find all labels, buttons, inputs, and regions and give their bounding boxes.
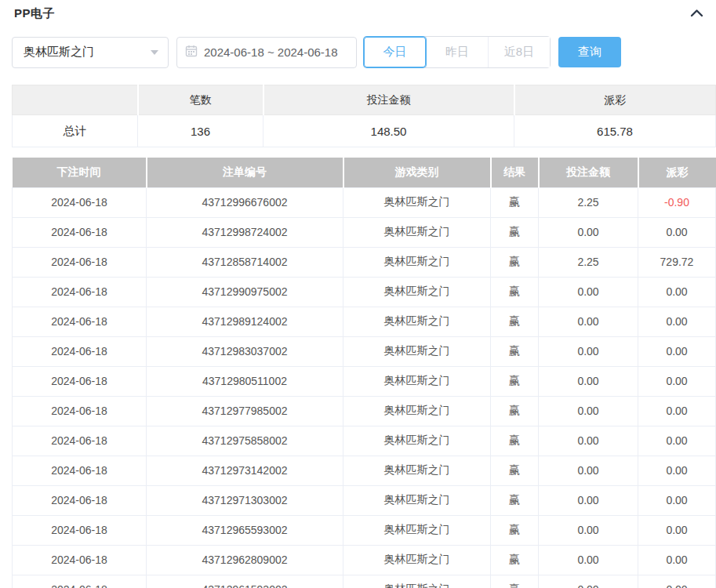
bet-number-cell: 43712996676002 (147, 187, 343, 217)
table-row: 2024-06-18 43712961593002 奥林匹斯之门 赢 0.00 … (13, 575, 716, 588)
payout-cell: 0.00 (638, 217, 716, 247)
table-row: 2024-06-18 43712977985002 奥林匹斯之门 赢 0.00 … (13, 396, 716, 426)
table-row: 2024-06-18 43712965593002 奥林匹斯之门 赢 0.00 … (13, 515, 716, 545)
bets-header-result: 结果 (491, 158, 539, 187)
bet-date-cell: 2024-06-18 (13, 277, 147, 307)
result-cell: 赢 (491, 515, 539, 545)
result-cell: 赢 (491, 575, 539, 588)
bet-number-cell: 43712989124002 (147, 307, 343, 336)
game-type-cell: 奥林匹斯之门 (343, 336, 491, 366)
bet-date-cell: 2024-06-18 (13, 396, 147, 426)
date-range-picker[interactable]: 2024-06-18 ~ 2024-06-18 (176, 37, 357, 68)
summary-header-row: 笔数 投注金额 派彩 (13, 85, 716, 115)
game-type-cell: 奥林匹斯之门 (343, 426, 491, 456)
bet-amount-cell: 0.00 (539, 307, 638, 336)
summary-header-payout: 派彩 (514, 85, 716, 115)
chevron-up-icon (690, 8, 703, 20)
bet-amount-cell: 0.00 (539, 426, 638, 456)
bet-number-cell: 43712961593002 (147, 575, 343, 588)
bet-number-cell: 43712973142002 (147, 456, 343, 485)
quick-date-button-group: 今日 昨日 近8日 (363, 36, 551, 68)
summary-table: 笔数 投注金额 派彩 总计 136 148.50 615.78 (12, 85, 716, 147)
table-row: 2024-06-18 43712962809002 奥林匹斯之门 赢 0.00 … (13, 545, 716, 575)
result-cell: 赢 (491, 396, 539, 426)
bet-amount-cell: 2.25 (539, 247, 638, 277)
bets-header-game: 游戏类别 (343, 158, 491, 187)
game-type-cell: 奥林匹斯之门 (343, 187, 491, 217)
summary-header-empty (13, 85, 138, 115)
game-type-cell: 奥林匹斯之门 (343, 247, 491, 277)
result-cell: 赢 (491, 366, 539, 396)
result-cell: 赢 (491, 426, 539, 456)
bet-amount-cell: 0.00 (539, 217, 638, 247)
bet-number-cell: 43712977985002 (147, 396, 343, 426)
collapse-button[interactable] (689, 6, 705, 21)
summary-header-bet-amount: 投注金额 (264, 85, 514, 115)
table-row: 2024-06-18 43712980511002 奥林匹斯之门 赢 0.00 … (13, 366, 716, 396)
result-cell: 赢 (491, 187, 539, 217)
result-cell: 赢 (491, 217, 539, 247)
game-select-value: 奥林匹斯之门 (24, 45, 94, 60)
payout-cell: 0.00 (638, 366, 716, 396)
yesterday-button[interactable]: 昨日 (426, 37, 488, 67)
table-row: 2024-06-18 43712998724002 奥林匹斯之门 赢 0.00 … (13, 217, 716, 247)
game-type-cell: 奥林匹斯之门 (343, 545, 491, 575)
game-type-cell: 奥林匹斯之门 (343, 277, 491, 307)
bet-amount-cell: 0.00 (539, 277, 638, 307)
table-row: 2024-06-18 43712990975002 奥林匹斯之门 赢 0.00 … (13, 277, 716, 307)
game-type-cell: 奥林匹斯之门 (343, 396, 491, 426)
bet-date-cell: 2024-06-18 (13, 426, 147, 456)
bets-table: 下注时间 注单编号 游戏类别 结果 投注金额 派彩 2024-06-18 437… (12, 158, 716, 588)
payout-cell: 0.00 (638, 545, 716, 575)
result-cell: 赢 (491, 307, 539, 336)
panel-title: PP电子 (14, 6, 55, 21)
today-button[interactable]: 今日 (364, 37, 426, 67)
bet-amount-cell: 0.00 (539, 545, 638, 575)
game-type-cell: 奥林匹斯之门 (343, 485, 491, 515)
result-cell: 赢 (491, 456, 539, 485)
chevron-down-icon (151, 50, 158, 55)
summary-total-payout: 615.78 (514, 115, 716, 147)
game-select[interactable]: 奥林匹斯之门 (12, 37, 169, 68)
search-button[interactable]: 查询 (558, 37, 621, 67)
bet-number-cell: 43712983037002 (147, 336, 343, 366)
result-cell: 赢 (491, 485, 539, 515)
table-row: 2024-06-18 43712973142002 奥林匹斯之门 赢 0.00 … (13, 456, 716, 485)
date-range-value: 2024-06-18 ~ 2024-06-18 (204, 45, 338, 59)
summary-total-count: 136 (138, 115, 264, 147)
last-8-days-button[interactable]: 近8日 (488, 37, 550, 67)
bet-number-cell: 43712975858002 (147, 426, 343, 456)
bet-amount-cell: 0.00 (539, 575, 638, 588)
bets-header-payout: 派彩 (638, 158, 716, 187)
payout-cell: 0.00 (638, 456, 716, 485)
bet-date-cell: 2024-06-18 (13, 545, 147, 575)
bet-date-cell: 2024-06-18 (13, 575, 147, 588)
bet-amount-cell: 0.00 (539, 456, 638, 485)
summary-header-count: 笔数 (138, 85, 264, 115)
payout-cell: 0.00 (638, 277, 716, 307)
bets-header-amount: 投注金额 (539, 158, 638, 187)
bet-date-cell: 2024-06-18 (13, 456, 147, 485)
summary-total-row: 总计 136 148.50 615.78 (13, 115, 716, 147)
bet-number-cell: 43712962809002 (147, 545, 343, 575)
bet-number-cell: 43712965593002 (147, 515, 343, 545)
game-type-cell: 奥林匹斯之门 (343, 307, 491, 336)
table-row: 2024-06-18 43712989124002 奥林匹斯之门 赢 0.00 … (13, 307, 716, 336)
bet-date-cell: 2024-06-18 (13, 307, 147, 336)
table-row: 2024-06-18 43712975858002 奥林匹斯之门 赢 0.00 … (13, 426, 716, 456)
payout-cell: -0.90 (638, 187, 716, 217)
payout-cell: 0.00 (638, 396, 716, 426)
result-cell: 赢 (491, 545, 539, 575)
bets-header-time: 下注时间 (13, 158, 147, 187)
bet-number-cell: 43712858714002 (147, 247, 343, 277)
bet-number-cell: 43712971303002 (147, 485, 343, 515)
game-type-cell: 奥林匹斯之门 (343, 217, 491, 247)
game-type-cell: 奥林匹斯之门 (343, 515, 491, 545)
bet-amount-cell: 0.00 (539, 396, 638, 426)
result-cell: 赢 (491, 336, 539, 366)
bet-date-cell: 2024-06-18 (13, 485, 147, 515)
payout-cell: 0.00 (638, 426, 716, 456)
bets-header-bet-no: 注单编号 (147, 158, 343, 187)
bet-number-cell: 43712998724002 (147, 217, 343, 247)
payout-cell: 0.00 (638, 515, 716, 545)
